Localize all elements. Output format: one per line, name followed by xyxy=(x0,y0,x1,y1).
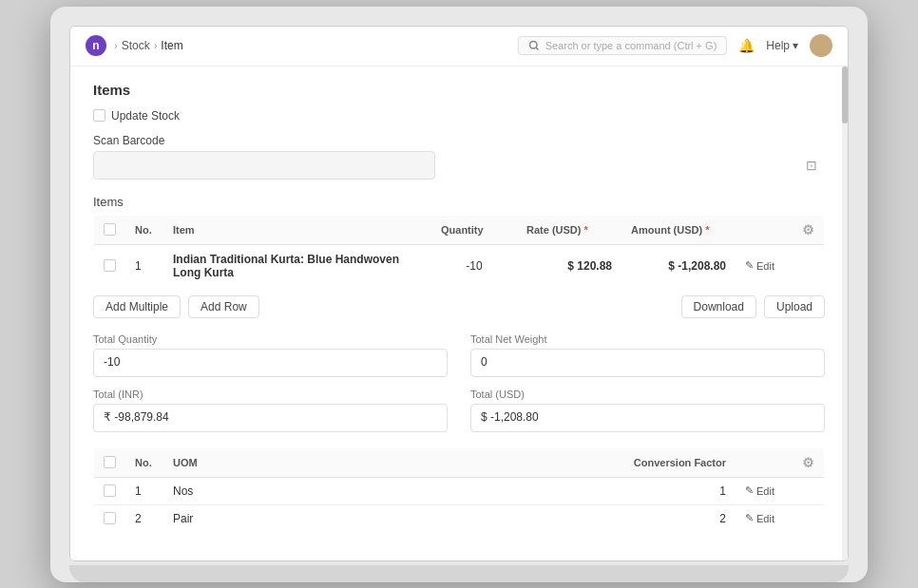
items-table: No. Item Quantity Rate (USD) * xyxy=(93,215,825,288)
update-stock-row: Update Stock xyxy=(93,109,825,123)
help-button[interactable]: Help ▾ xyxy=(766,39,798,52)
uom-table-header: No. UOM Conversion Factor ⚙ xyxy=(94,447,825,477)
th-select-all-checkbox[interactable] xyxy=(104,223,116,236)
amount-required-star: * xyxy=(705,224,709,236)
row-settings-1 xyxy=(793,244,825,287)
uom-edit-icon-1: ✎ xyxy=(745,484,754,497)
uom-th-no: No. xyxy=(125,447,163,477)
topnav-right: Search or type a command (Ctrl + G) 🔔 He… xyxy=(518,34,832,57)
update-stock-label: Update Stock xyxy=(111,109,180,123)
search-box[interactable]: Search or type a command (Ctrl + G) xyxy=(518,36,728,55)
upload-button[interactable]: Upload xyxy=(764,295,825,318)
row-no-1: 1 xyxy=(125,244,163,287)
total-quantity-label: Total Quantity xyxy=(93,333,448,345)
svg-line-1 xyxy=(536,47,538,49)
uom-table-row-1: 1 Nos 1 ✎ Edit xyxy=(94,477,825,504)
uom-th-action xyxy=(736,447,793,477)
total-net-weight-field: Total Net Weight 0 xyxy=(470,333,825,377)
total-quantity-field: Total Quantity -10 xyxy=(93,333,448,377)
row-rate-1: $ 120.88 xyxy=(517,244,622,287)
table-row: 1 Indian Traditional Kurta: Blue Handwov… xyxy=(94,244,825,287)
th-amount: Amount (USD) * xyxy=(622,215,736,244)
edit-icon: ✎ xyxy=(745,259,754,272)
add-multiple-button[interactable]: Add Multiple xyxy=(93,295,181,318)
row-actions-right: Download Upload xyxy=(681,295,825,318)
total-usd-label: Total (USD) xyxy=(470,389,825,400)
scrollbar[interactable] xyxy=(842,66,848,560)
uom-row-uom-2: Pair xyxy=(163,504,612,532)
breadcrumb-sep-2: › xyxy=(154,40,158,51)
page-title: Items xyxy=(93,82,825,98)
total-net-weight-label: Total Net Weight xyxy=(470,333,825,345)
total-net-weight-value: 0 xyxy=(470,349,825,377)
total-usd-value: $ -1,208.80 xyxy=(470,404,825,432)
breadcrumb-item: Item xyxy=(161,39,182,52)
summary-grid: Total Quantity -10 Total Net Weight 0 To… xyxy=(93,333,825,432)
uom-row-uom-1: Nos xyxy=(163,477,612,504)
svg-point-0 xyxy=(529,42,537,49)
th-action xyxy=(736,215,793,244)
th-settings: ⚙ xyxy=(793,215,825,244)
avatar[interactable] xyxy=(810,34,832,57)
download-button[interactable]: Download xyxy=(681,295,756,318)
th-item: Item xyxy=(163,215,431,244)
uom-th-settings: ⚙ xyxy=(793,447,825,477)
update-stock-checkbox[interactable] xyxy=(93,109,105,122)
uom-table: No. UOM Conversion Factor ⚙ xyxy=(93,447,825,533)
scrollbar-thumb[interactable] xyxy=(842,66,848,123)
row-item-1: Indian Traditional Kurta: Blue Handwoven… xyxy=(163,244,431,287)
total-inr-value: ₹ -98,879.84 xyxy=(93,404,448,432)
uom-row-checkbox-1[interactable] xyxy=(104,484,116,497)
scan-barcode-label: Scan Barcode xyxy=(93,134,825,147)
row-amount-1: $ -1,208.80 xyxy=(622,244,736,287)
uom-row-conv-2: 2 xyxy=(612,504,736,532)
breadcrumb: › Stock › Item xyxy=(114,39,183,52)
uom-th-checkbox xyxy=(94,447,126,477)
items-table-header: No. Item Quantity Rate (USD) * xyxy=(94,215,825,244)
breadcrumb-sep-1: › xyxy=(114,40,118,51)
uom-select-all-checkbox[interactable] xyxy=(104,456,116,468)
uom-row-edit-2[interactable]: ✎ Edit xyxy=(736,504,793,532)
th-quantity: Quantity xyxy=(431,215,517,244)
row-actions: Add Multiple Add Row Download Upload xyxy=(93,295,825,318)
uom-th-conversion: Conversion Factor xyxy=(612,447,736,477)
search-placeholder: Search or type a command (Ctrl + G) xyxy=(545,40,717,51)
row-edit-1[interactable]: ✎ Edit xyxy=(736,244,793,287)
uom-row-checkbox-2[interactable] xyxy=(104,512,116,524)
topnav: n › Stock › Item Search or type a comman… xyxy=(70,27,848,66)
row-checkbox-1[interactable] xyxy=(104,259,116,272)
row-quantity-1: -10 xyxy=(431,244,517,287)
search-icon xyxy=(528,40,540,51)
table-settings-icon[interactable]: ⚙ xyxy=(802,222,814,237)
uom-row-settings-1 xyxy=(793,477,825,504)
uom-edit-icon-2: ✎ xyxy=(745,512,754,524)
total-quantity-value: -10 xyxy=(93,349,448,377)
breadcrumb-stock[interactable]: Stock xyxy=(122,39,150,52)
scan-barcode-field: ⊡ xyxy=(93,151,825,180)
total-usd-field: Total (USD) $ -1,208.80 xyxy=(470,389,825,432)
total-inr-field: Total (INR) ₹ -98,879.84 xyxy=(93,389,448,432)
uom-row-edit-1[interactable]: ✎ Edit xyxy=(736,477,793,504)
scan-barcode-input[interactable] xyxy=(93,151,435,180)
main-content: Items Update Stock Scan Barcode ⊡ Items xyxy=(70,66,848,560)
uom-row-settings-2 xyxy=(793,504,825,532)
notification-icon[interactable]: 🔔 xyxy=(738,38,755,53)
uom-th-uom: UOM xyxy=(163,447,612,477)
total-inr-label: Total (INR) xyxy=(93,389,448,400)
uom-row-conv-1: 1 xyxy=(612,477,736,504)
th-rate: Rate (USD) * xyxy=(517,215,622,244)
uom-row-no-2: 2 xyxy=(125,504,163,532)
uom-row-no-1: 1 xyxy=(125,477,163,504)
uom-table-row-2: 2 Pair 2 ✎ Edit xyxy=(94,504,825,532)
th-no: No. xyxy=(125,215,163,244)
logo-icon[interactable]: n xyxy=(86,35,106,56)
items-section-label: Items xyxy=(93,195,825,209)
laptop-base xyxy=(69,565,849,582)
rate-required-star: * xyxy=(584,224,588,236)
uom-settings-icon[interactable]: ⚙ xyxy=(802,455,814,470)
add-row-button[interactable]: Add Row xyxy=(188,295,259,318)
th-checkbox xyxy=(94,215,126,244)
row-actions-left: Add Multiple Add Row xyxy=(93,295,259,318)
scan-barcode-icon: ⊡ xyxy=(806,158,817,173)
